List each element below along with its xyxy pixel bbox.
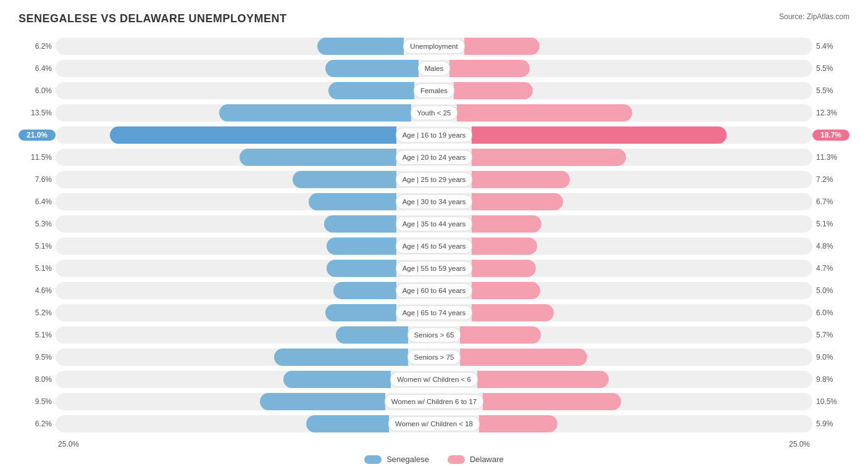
right-val-age25to29: 7.2% [812, 175, 849, 184]
legend-senegalese: Senegalese [364, 455, 429, 464]
bar-row-age60to64: 4.6%Age | 60 to 64 years5.0% [19, 281, 849, 300]
left-val-seniors75: 9.5% [19, 353, 56, 362]
bar-row-women_children_lt18: 6.2%Women w/ Children < 185.9% [19, 414, 849, 434]
bar-label-females: Females [414, 84, 454, 97]
bars-label-males: Males [56, 60, 812, 77]
left-val-women_children_lt6: 8.0% [19, 375, 56, 384]
right-val-women_children_lt18: 5.9% [812, 419, 849, 428]
left-val-age55to59: 5.1% [19, 264, 56, 273]
bar-row-women_children_lt6: 8.0%Women w/ Children < 69.8% [19, 370, 849, 389]
right-val-age65to74: 6.0% [812, 308, 849, 317]
legend-right-label: Delaware [470, 455, 504, 464]
right-bar-age16to19 [472, 126, 727, 144]
right-bar-women_children_lt18 [479, 415, 557, 432]
bar-row-age20to24: 11.5%Age | 20 to 24 years11.3% [19, 147, 849, 167]
bars-label-seniors75: Seniors > 75 [56, 349, 812, 366]
bar-label-age60to64: Age | 60 to 64 years [396, 284, 472, 297]
left-val-age60to64: 4.6% [19, 286, 56, 295]
right-bar-women_children_6to17 [483, 393, 621, 410]
bars-label-women_children_lt6: Women w/ Children < 6 [56, 371, 812, 388]
right-val-youth: 12.3% [812, 109, 849, 117]
left-bar-age30to34 [309, 193, 396, 210]
bar-row-women_children_6to17: 9.5%Women w/ Children 6 to 1710.5% [19, 392, 849, 411]
right-bar-seniors65 [460, 326, 540, 344]
bars-label-age25to29: Age | 25 to 29 years [56, 171, 812, 188]
legend-delaware: Delaware [448, 455, 504, 464]
left-val-females: 6.0% [19, 86, 56, 95]
bars-label-age65to74: Age | 65 to 74 years [56, 304, 812, 321]
bar-label-youth: Youth < 25 [411, 106, 457, 120]
legend-left-label: Senegalese [386, 455, 429, 464]
left-bar-seniors65 [336, 326, 407, 344]
right-bar-women_children_lt6 [477, 371, 609, 388]
left-bar-age65to74 [325, 304, 396, 321]
left-bar-age16to19 [110, 126, 396, 144]
chart-container: SENEGALESE VS DELAWARE UNEMPLOYMENT Sour… [0, 0, 868, 467]
right-bar-age55to59 [472, 260, 536, 277]
bar-row-age30to34: 6.4%Age | 30 to 34 years6.7% [19, 192, 849, 212]
left-bar-age35to44 [324, 215, 396, 233]
left-bar-seniors75 [274, 349, 408, 366]
bar-label-age55to59: Age | 55 to 59 years [396, 262, 472, 275]
left-val-women_children_6to17: 9.5% [19, 397, 56, 406]
bar-label-age35to44: Age | 35 to 44 years [396, 217, 472, 231]
bar-label-age25to29: Age | 25 to 29 years [396, 173, 472, 186]
bar-row-age25to29: 7.6%Age | 25 to 29 years7.2% [19, 170, 849, 189]
left-val-youth: 13.5% [19, 109, 56, 117]
right-val-males: 5.5% [812, 64, 849, 73]
bar-label-seniors75: Seniors > 75 [408, 350, 461, 364]
left-val-males: 6.4% [19, 64, 56, 73]
right-bar-age45to54 [472, 238, 537, 255]
left-bar-women_children_lt18 [306, 415, 389, 432]
right-val-females: 5.5% [812, 86, 849, 95]
left-val-age20to24: 11.5% [19, 153, 56, 162]
left-val-age16to19: 21.0% [19, 130, 56, 141]
bar-row-males: 6.4%Males5.5% [19, 59, 849, 78]
left-val-age25to29: 7.6% [19, 175, 56, 184]
bar-row-seniors75: 9.5%Seniors > 759.0% [19, 347, 849, 367]
right-bar-males [449, 60, 529, 77]
legend-swatch-blue [364, 455, 382, 464]
right-val-age55to59: 4.7% [812, 264, 849, 273]
chart-body: 6.2%Unemployment5.4%6.4%Males5.5%6.0%Fem… [19, 36, 849, 434]
bars-label-age16to19: Age | 16 to 19 years [56, 126, 812, 144]
bar-label-women_children_6to17: Women w/ Children 6 to 17 [385, 395, 483, 408]
bar-row-age55to59: 5.1%Age | 55 to 59 years4.7% [19, 258, 849, 278]
right-val-unemployment: 5.4% [812, 42, 849, 51]
axis-right: 25.0% [789, 440, 810, 448]
right-val-age60to64: 5.0% [812, 286, 849, 295]
left-bar-unemployment [317, 38, 404, 55]
bar-row-females: 6.0%Females5.5% [19, 81, 849, 101]
right-val-seniors65: 5.7% [812, 331, 849, 339]
bar-label-age30to34: Age | 30 to 34 years [396, 195, 472, 209]
bar-label-women_children_lt6: Women w/ Children < 6 [391, 373, 477, 386]
bars-label-seniors65: Seniors > 65 [56, 326, 812, 344]
bars-label-age20to24: Age | 20 to 24 years [56, 149, 812, 166]
bars-label-age35to44: Age | 35 to 44 years [56, 215, 812, 233]
right-bar-unemployment [464, 38, 540, 55]
left-bar-age45to54 [327, 238, 396, 255]
left-bar-age55to59 [327, 260, 396, 277]
left-bar-women_children_lt6 [283, 371, 391, 388]
right-val-age20to24: 11.3% [812, 153, 849, 162]
legend: Senegalese Delaware [19, 455, 849, 464]
bars-label-age30to34: Age | 30 to 34 years [56, 193, 812, 210]
left-val-unemployment: 6.2% [19, 42, 56, 51]
left-val-age30to34: 6.4% [19, 197, 56, 206]
left-val-age65to74: 5.2% [19, 308, 56, 317]
bars-label-unemployment: Unemployment [56, 38, 812, 55]
right-bar-age65to74 [472, 304, 553, 321]
right-bar-age20to24 [472, 149, 625, 166]
left-bar-males [325, 60, 418, 77]
left-bar-age20to24 [240, 149, 396, 166]
right-bar-age60to64 [472, 282, 540, 299]
bars-label-age60to64: Age | 60 to 64 years [56, 282, 812, 299]
bars-label-age45to54: Age | 45 to 54 years [56, 238, 812, 255]
bar-row-youth: 13.5%Youth < 2512.3% [19, 103, 849, 123]
bar-row-age65to74: 5.2%Age | 65 to 74 years6.0% [19, 303, 849, 323]
chart-title: SENEGALESE VS DELAWARE UNEMPLOYMENT [19, 12, 287, 25]
left-val-seniors65: 5.1% [19, 331, 56, 339]
right-bar-youth [457, 104, 632, 122]
left-val-age45to54: 5.1% [19, 242, 56, 250]
right-val-age30to34: 6.7% [812, 197, 849, 206]
